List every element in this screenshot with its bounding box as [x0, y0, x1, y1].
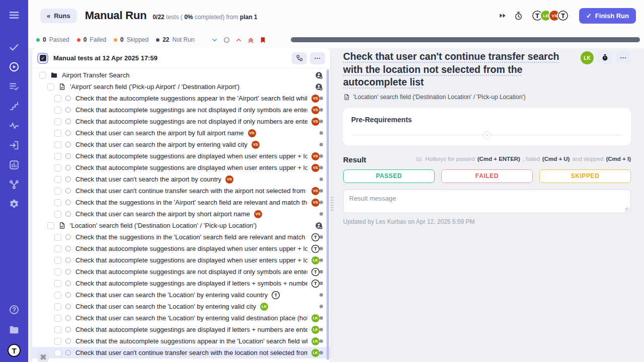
- row-checkbox[interactable]: [54, 303, 61, 310]
- assignee-bulk-icon[interactable]: [315, 71, 323, 79]
- avatar-vs[interactable]: VS: [311, 164, 319, 172]
- test-row[interactable]: Check that the autocomplete suggestions …: [32, 335, 330, 347]
- avatar-vs[interactable]: VS: [311, 187, 319, 195]
- test-row[interactable]: Check that user can search the 'Location…: [32, 301, 330, 312]
- row-checkbox[interactable]: [54, 107, 61, 114]
- test-row[interactable]: Check that user can search the airport b…: [32, 127, 330, 139]
- test-row[interactable]: Check that the suggestions in the 'Airpo…: [32, 197, 330, 208]
- list-more-button[interactable]: ···: [310, 52, 325, 64]
- test-row[interactable]: Check that autocomplete suggestions are …: [32, 243, 330, 254]
- sidebar-item-play-circle[interactable]: [8, 61, 20, 73]
- sidebar-item-steps[interactable]: [8, 100, 20, 112]
- result-message-input[interactable]: [343, 190, 631, 213]
- tree-view-button[interactable]: [292, 52, 307, 64]
- hamburger-menu-icon[interactable]: [8, 9, 20, 21]
- test-row[interactable]: Check that autocomplete suggestions are …: [32, 254, 330, 266]
- test-row[interactable]: Check that user can't search the airport…: [32, 173, 330, 185]
- timer-button[interactable]: [597, 51, 612, 63]
- test-row[interactable]: Check that the suggestions in the 'Locat…: [32, 231, 330, 243]
- passed-button[interactable]: PASSED: [343, 169, 435, 183]
- sidebar-item-chart[interactable]: [8, 159, 20, 171]
- resize-grip-icon[interactable]: [625, 208, 629, 212]
- finish-run-button[interactable]: ✓ Finish Run: [579, 8, 636, 24]
- avatar-vs[interactable]: VS: [252, 141, 260, 149]
- panel-resize-handle[interactable]: [331, 197, 334, 212]
- test-row[interactable]: Check that autocomplete suggestings are …: [32, 278, 330, 289]
- avatar-vs[interactable]: VS: [248, 129, 256, 137]
- test-row[interactable]: Check that autocomplete suggestings are …: [32, 104, 330, 116]
- avatar-lk[interactable]: LK: [311, 314, 319, 322]
- row-checkbox[interactable]: [47, 222, 54, 229]
- stopwatch-icon[interactable]: [513, 10, 524, 21]
- bookmark-filter-icon[interactable]: [259, 36, 267, 44]
- avatar-vs[interactable]: VS: [311, 118, 319, 126]
- list-scrollbar[interactable]: [327, 69, 329, 360]
- row-checkbox[interactable]: [54, 95, 61, 102]
- sidebar-item-exit-box[interactable]: [8, 139, 20, 151]
- test-row[interactable]: Check that autocomplete suggestings are …: [32, 116, 330, 127]
- row-checkbox[interactable]: [54, 234, 61, 241]
- row-checkbox[interactable]: [54, 245, 61, 252]
- folder-row[interactable]: Airport Transfer Search: [32, 69, 330, 81]
- avatar-vs[interactable]: VS: [311, 106, 319, 114]
- row-checkbox[interactable]: [39, 72, 46, 79]
- row-checkbox[interactable]: [54, 280, 61, 287]
- test-row[interactable]: Check that the autocomplete suggestions …: [32, 93, 330, 104]
- avatar-t[interactable]: T: [272, 291, 280, 299]
- row-checkbox[interactable]: [54, 315, 61, 322]
- avatar-lk[interactable]: LK: [311, 256, 319, 264]
- row-checkbox[interactable]: [47, 83, 54, 90]
- row-checkbox[interactable]: [54, 268, 61, 276]
- double-caret-up-filter-icon[interactable]: [247, 36, 255, 44]
- avatar-t[interactable]: T: [311, 280, 319, 288]
- avatar-vs[interactable]: VS: [254, 210, 262, 218]
- avatar-vs[interactable]: VS: [311, 152, 319, 160]
- row-checkbox[interactable]: [54, 188, 61, 195]
- test-row[interactable]: Check that user can search the airport b…: [32, 139, 330, 150]
- assignee-bulk-icon[interactable]: [315, 83, 323, 91]
- avatar-t[interactable]: T: [311, 268, 319, 276]
- test-row[interactable]: Check that autocomplete suggestions are …: [32, 150, 330, 162]
- failed-button[interactable]: FAILED: [441, 169, 533, 183]
- row-checkbox[interactable]: [54, 211, 61, 218]
- row-checkbox[interactable]: [54, 326, 61, 333]
- sidebar-item-folder[interactable]: [8, 324, 20, 336]
- test-row[interactable]: Check that user can search the airport b…: [32, 208, 330, 220]
- row-checkbox[interactable]: [54, 118, 61, 125]
- test-row[interactable]: Check that user can't continue transfer …: [32, 347, 330, 358]
- sidebar-item-check[interactable]: [8, 41, 20, 53]
- avatar-lk[interactable]: LK: [260, 303, 268, 311]
- sidebar-item-activity[interactable]: [8, 120, 20, 132]
- avatar-t[interactable]: T: [311, 233, 319, 241]
- sidebar-item-gear[interactable]: [8, 198, 20, 210]
- test-row[interactable]: Check that user can search the 'Location…: [32, 289, 330, 301]
- avatar-t[interactable]: T: [311, 245, 319, 253]
- row-checkbox[interactable]: [54, 153, 61, 160]
- chevron-down-filter-icon[interactable]: [211, 36, 218, 44]
- avatar-vs[interactable]: VS: [225, 175, 233, 184]
- avatar-t[interactable]: T: [557, 10, 569, 22]
- assignee-avatar[interactable]: LK: [581, 51, 594, 64]
- avatar-vs[interactable]: VS: [311, 95, 319, 103]
- test-row[interactable]: Check that autocomplete suggestions are …: [32, 162, 330, 173]
- row-checkbox[interactable]: [54, 141, 61, 148]
- test-row[interactable]: Check that user can't continue transfer …: [32, 185, 330, 197]
- avatar-lk[interactable]: LK: [311, 337, 319, 345]
- back-to-runs-button[interactable]: « Runs: [40, 9, 77, 23]
- sidebar-item-list-check[interactable]: [8, 80, 20, 93]
- test-suite-breadcrumb[interactable]: 'Location' search field ('Destination Lo…: [353, 94, 526, 101]
- row-checkbox[interactable]: [54, 349, 61, 356]
- fast-forward-icon[interactable]: [497, 10, 508, 21]
- avatar-lk[interactable]: LK: [311, 349, 319, 357]
- caret-up-filter-icon[interactable]: [235, 36, 243, 44]
- row-checkbox[interactable]: [54, 199, 61, 206]
- test-row[interactable]: Check that autocomplete suggestings are …: [32, 324, 330, 335]
- sidebar-item-branch[interactable]: [8, 178, 20, 191]
- test-row[interactable]: Check that user can search the 'Location…: [32, 312, 330, 324]
- test-row[interactable]: Check that autocomplete suggestings are …: [32, 266, 330, 278]
- row-checkbox[interactable]: [54, 130, 61, 137]
- doc-row[interactable]: 'Location' search field ('Destination Lo…: [32, 220, 330, 231]
- assignee-bulk-icon[interactable]: [315, 222, 323, 230]
- doc-row[interactable]: 'Airport' search field ('Pick-up Airport…: [32, 81, 330, 93]
- sidebar-item-help[interactable]: [8, 304, 20, 316]
